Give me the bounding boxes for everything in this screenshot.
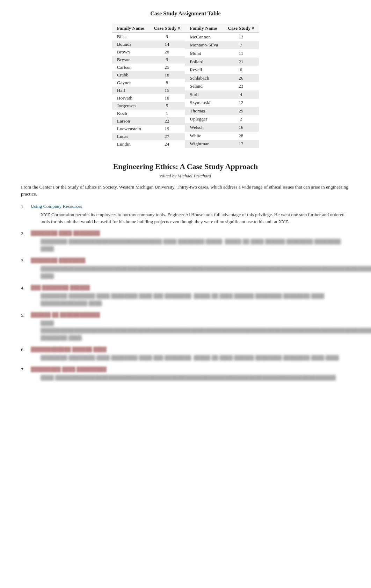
case-body-6: ████████ ████████ ████ ████████ ████ ███… — [41, 354, 350, 362]
cases-list: 1.Using Company ResourcesXYZ Corporation… — [21, 204, 350, 382]
page-title: Case Study Assignment Table — [21, 10, 350, 17]
case-list-item: 1.Using Company ResourcesXYZ Corporation… — [21, 204, 350, 226]
case-list-item: 3.████████ █████████████████████████████… — [21, 258, 350, 280]
table-left-case-num: 10 — [149, 94, 185, 102]
table-right-row: McCannon — [185, 33, 223, 41]
case-title-7: █████████ ████ █████████ — [31, 367, 350, 372]
table-right-case-num: 29 — [223, 107, 259, 115]
table-left-row: Crabb — [112, 71, 149, 79]
table-right-row: Revell — [185, 66, 223, 74]
case-number: 3. — [21, 258, 31, 264]
case-list-item: 4.███ ████████ ██████████████ ████████ █… — [21, 285, 350, 307]
table-left-header-case: Case Study # — [149, 24, 185, 33]
book-title: Engineering Ethics: A Case Study Approac… — [21, 162, 350, 171]
table-left-row: Brown — [112, 48, 149, 56]
case-body-1: XYZ Corporation permits its employees to… — [41, 211, 350, 226]
case-list-item: 7.█████████ ████ █████████████ █████████… — [21, 367, 350, 382]
table-left-row: Lundin — [112, 140, 149, 148]
table-right-case-num: 13 — [223, 33, 259, 41]
table-right-row: Pollard — [185, 58, 223, 66]
table-right-row: Szymanski — [185, 99, 223, 107]
table-right-case-num: 7 — [223, 41, 259, 50]
assignment-table-wrapper: Family Name Case Study # Bliss9Bounds14B… — [21, 24, 350, 148]
book-description: From the Center For the Study of Ethics … — [21, 184, 350, 198]
table-left-row: Koch — [112, 110, 149, 117]
case-number: 1. — [21, 204, 31, 210]
table-right-case-num: 6 — [223, 66, 259, 74]
table-right-row: Uplegger — [185, 115, 223, 124]
table-left-case-num: 20 — [149, 48, 185, 56]
table-right: Family Name Case Study # McCannon13Monta… — [185, 24, 259, 148]
table-right-case-num: 21 — [223, 58, 259, 66]
table-right-header-case: Case Study # — [223, 24, 259, 33]
case-list-item: 5.██████ ██ ████████████████ ███████████… — [21, 312, 350, 342]
case-title-4: ███ ████████ ██████ — [31, 285, 350, 291]
case-title-5: ██████ ██ ████████████ — [31, 312, 371, 318]
table-left-case-num: 1 — [149, 110, 185, 117]
table-left-case-num: 22 — [149, 117, 185, 125]
table-left: Family Name Case Study # Bliss9Bounds14B… — [112, 24, 185, 148]
table-left-case-num: 14 — [149, 41, 185, 48]
table-left-case-num: 3 — [149, 56, 185, 64]
case-title-3: ████████ ████████ — [31, 258, 371, 263]
table-left-case-num: 9 — [149, 33, 185, 41]
case-title-1[interactable]: Using Company Resources — [31, 204, 350, 209]
case-body-5: ████ ███████████████████████████████████… — [41, 320, 371, 342]
case-body-2: ████████ ████████████████████████████ ██… — [41, 238, 350, 253]
case-title-2: ████████ ████ ████████ — [31, 230, 350, 236]
case-number: 5. — [21, 312, 31, 318]
table-left-case-num: 24 — [149, 140, 185, 148]
table-left-header-name: Family Name — [112, 24, 149, 33]
table-left-row: Lucas — [112, 133, 149, 140]
case-body-3: ████████████████████████████████████████… — [41, 265, 371, 280]
table-left-row: Hall — [112, 87, 149, 94]
table-left-case-num: 19 — [149, 125, 185, 133]
table-right-case-num: 4 — [223, 90, 259, 99]
case-number: 2. — [21, 230, 31, 236]
table-right-row: Wightman — [185, 140, 223, 148]
table-right-case-num: 23 — [223, 82, 259, 90]
case-number: 4. — [21, 285, 31, 291]
table-right-header-name: Family Name — [185, 24, 223, 33]
table-right-case-num: 16 — [223, 123, 259, 132]
table-right-row: Seland — [185, 82, 223, 90]
table-left-case-num: 25 — [149, 64, 185, 71]
case-title-6: ████████████ ██████ ████ — [31, 347, 350, 352]
table-left-case-num: 18 — [149, 71, 185, 79]
table-left-row: Bryson — [112, 56, 149, 64]
table-right-row: Mulat — [185, 49, 223, 58]
book-section: Engineering Ethics: A Case Study Approac… — [21, 162, 350, 381]
table-left-row: Horvath — [112, 94, 149, 102]
table-left-row: Gayner — [112, 79, 149, 87]
table-left-row: Bliss — [112, 33, 149, 41]
table-left-case-num: 5 — [149, 102, 185, 110]
table-right-row: Welsch — [185, 123, 223, 132]
table-left-row: Carlson — [112, 64, 149, 71]
table-left-row: Bounds — [112, 41, 149, 48]
table-left-case-num: 8 — [149, 79, 185, 87]
book-editor: edited by Michael Pritchard — [21, 173, 350, 179]
case-body-4: ████████ ████████ ████ ████████ ████ ███… — [41, 293, 350, 307]
table-right-case-num: 12 — [223, 99, 259, 107]
table-right-row: Schlabach — [185, 74, 223, 82]
table-right-case-num: 17 — [223, 140, 259, 148]
case-list-item: 2.████████ ████ ████████████████ ███████… — [21, 230, 350, 253]
case-number: 6. — [21, 347, 31, 353]
table-right-row: White — [185, 132, 223, 140]
table-left-row: Jorgensen — [112, 102, 149, 110]
case-body-7: ████ ███████████████████████████████████… — [41, 374, 350, 382]
table-right-case-num: 2 — [223, 115, 259, 124]
table-left-row: Larson — [112, 117, 149, 125]
table-right-row: Thomas — [185, 107, 223, 115]
case-list-item: 6.████████████ ██████ ████████████ █████… — [21, 347, 350, 362]
table-left-case-num: 27 — [149, 133, 185, 140]
table-left-case-num: 15 — [149, 87, 185, 94]
table-right-case-num: 11 — [223, 49, 259, 58]
table-left-row: Loewenstein — [112, 125, 149, 133]
table-right-row: Montano-Silva — [185, 41, 223, 50]
table-right-row: Stoll — [185, 90, 223, 99]
table-right-case-num: 28 — [223, 132, 259, 140]
table-right-case-num: 26 — [223, 74, 259, 82]
case-number: 7. — [21, 367, 31, 373]
